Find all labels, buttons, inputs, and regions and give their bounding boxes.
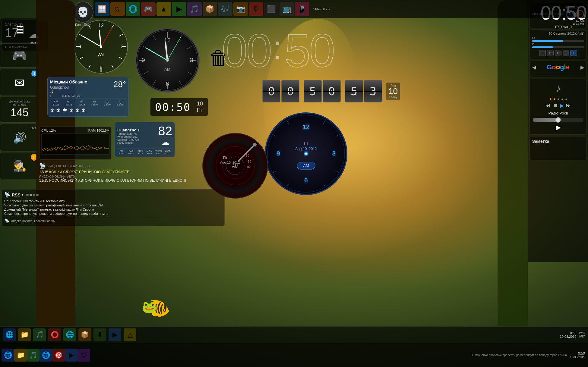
top-app-folder[interactable]: 🗂 — [110, 2, 125, 16]
g2-temp-label: Temperature: °C — [117, 132, 139, 135]
flip-counter-widget: 0 0 5 0 5 3 Aug 10 Friday — [262, 80, 400, 102]
rss-news-4: Симоненко пропонує провести референдум п… — [4, 212, 222, 215]
ram-label: RAM 1602.5M — [88, 129, 109, 132]
taskbar2-ie[interactable]: 🌐 — [3, 328, 16, 341]
google-prev[interactable]: ◀ — [532, 64, 536, 70]
drive-e-active[interactable]: E — [571, 50, 577, 56]
flip-digit-2: 0 — [281, 80, 299, 102]
g2-wind: WindSpeed: 1/N — [117, 135, 139, 138]
top-taskbar: 🪟 🗂 🌐 🎮 ▲ ▶ 🎵 📦 🎶 📷 🎙 ⬛ 📺 📱 566Б 317Б — [93, 0, 588, 18]
svg-text:3: 3 — [332, 150, 335, 157]
music-player-widget: ♪ ★ ★ ★ ★ ★ ⏮ ⏹ ▶ ⏭ Радіо Росії ▶ — [530, 79, 587, 135]
drive-g[interactable]: G — [547, 50, 554, 56]
analog-clock-3: 12 3 6 9 Пт Aug 10, 2012 AM — [264, 111, 348, 196]
taskbar-folder[interactable]: 📁 — [14, 349, 27, 362]
sidebar-gamepad[interactable]: 🎮 — [0, 43, 39, 67]
top-app-music[interactable]: 🎵 — [187, 2, 202, 16]
drive-h[interactable]: H — [555, 50, 561, 56]
sidebar-countdown: До нового року осталось 145 — [0, 97, 39, 123]
taskbar-music2[interactable]: 🎵 — [27, 349, 40, 362]
right-panel: 00:50 п'ятниця 10 Серпень 2012 р. IP 192… — [528, 0, 588, 262]
taskbar-ie2[interactable]: 🌐 — [40, 349, 52, 362]
taskbar2-music[interactable]: 🎵 — [33, 328, 46, 341]
calendar-mini: Aug 10 Friday — [386, 83, 400, 100]
guangzhou-condition: Місцями Облачно — [50, 80, 87, 84]
taskbar-secondary: 🌐 📁 🎵 ⭕ 🌐 📦 ⬇ ▶ △ 0:50 10.08.2012 РУС БЛ… — [0, 326, 588, 343]
top-app-itunes[interactable]: 🎶 — [218, 2, 232, 16]
tray-area: 0:50 10.08.2012 РУС БЛС — [560, 331, 585, 338]
taskbar2-yellow[interactable]: △ — [124, 328, 136, 341]
taskbar-news-ticker: Симоненко пропонує провести референдум п… — [469, 353, 570, 357]
drive-i[interactable]: I — [563, 50, 569, 56]
svg-text:Пт: Пт — [223, 156, 228, 160]
svg-text:3: 3 — [121, 44, 124, 49]
tray-lang: РУС БЛС — [579, 331, 585, 338]
g2-temp: 82 — [158, 125, 172, 137]
rss-source1: » ЯНДЕКС.НОВИНИ: НІ-TECH — [47, 165, 90, 168]
top-app-dark1[interactable]: ⬛ — [264, 2, 279, 16]
top-app-tv[interactable]: 📺 — [280, 2, 294, 16]
g2-conditions: Partly Cloudy — [117, 141, 139, 144]
sidebar-mail[interactable]: 1 ✉ — [0, 69, 39, 96]
svg-text:AM: AM — [98, 52, 104, 57]
mail-count-badge: 1 — [31, 71, 37, 77]
svg-text:3: 3 — [190, 57, 193, 63]
top-app-mobile[interactable]: 📱 — [295, 2, 309, 16]
analog-clock-2: 12 3 6 9 AM — [134, 27, 201, 93]
top-app-mic[interactable]: 🎙 — [249, 2, 263, 16]
top-app-pkg[interactable]: 📦 — [203, 2, 217, 16]
countdown-value: 145 — [3, 106, 36, 119]
svg-text:6: 6 — [100, 65, 103, 70]
taskbar-play2[interactable]: ▶ — [65, 349, 77, 362]
top-app-play[interactable]: ▶ — [172, 2, 186, 16]
stop-button[interactable]: ⏹ — [553, 103, 558, 108]
sidebar-spy[interactable]: 17 🕵 — [0, 152, 39, 179]
play-button[interactable]: ▶ — [560, 103, 564, 108]
svg-text:9: 9 — [79, 44, 81, 49]
flip-digit-5: 5 — [345, 80, 363, 102]
flip-digit-4: 0 — [323, 80, 341, 102]
svg-text:AM: AM — [232, 164, 239, 168]
sidebar-monitor[interactable]: 🖥 — [0, 18, 39, 42]
taskbar2-red[interactable]: ⭕ — [48, 328, 61, 341]
flip-digit-6: 3 — [364, 80, 382, 102]
taskbar-ie[interactable]: 🌐 — [2, 349, 14, 362]
svg-text:AM: AM — [303, 163, 309, 168]
digital-clock-bar: 00:50 10 Пт — [150, 98, 208, 116]
taskbar2-orange[interactable]: 📦 — [78, 328, 91, 341]
svg-text:12: 12 — [98, 23, 104, 28]
music-note: ♪ — [533, 82, 583, 95]
taskbar2-torrent[interactable]: ⬇ — [93, 328, 106, 341]
g2-sunrise: SunRise: 7:02 AM — [117, 138, 139, 141]
notes-widget: Заметка — [530, 136, 587, 160]
weather-guangzhou-widget: Місцями Облачно Guangzhou 🌙 28° i Від: 3… — [47, 77, 129, 117]
top-app-windows[interactable]: 🪟 — [95, 2, 109, 16]
top-app-chrome[interactable]: 🌐 — [126, 2, 140, 16]
google-next[interactable]: ▶ — [580, 64, 584, 70]
rss-news-3: Донецький "Металург" вилетає з кваліфіка… — [4, 208, 222, 211]
svg-point-21 — [100, 45, 102, 48]
rss-news-2: Янукович підписав закон о ратифікацій зо… — [4, 203, 222, 207]
taskbar2-media[interactable]: ▶ — [109, 328, 121, 341]
analog-clock-1: 12 3 6 9 AM — [72, 18, 130, 75]
taskbar-game[interactable]: 🎯 — [52, 349, 65, 362]
weather-guangzhou2-widget: Guangzhou Temperature: °C WindSpeed: 1/N… — [115, 122, 175, 157]
svg-point-72 — [305, 153, 307, 155]
frog-decoration: 🐸 — [142, 300, 157, 314]
svg-text:6: 6 — [166, 80, 169, 87]
drive-f[interactable]: F — [539, 50, 546, 56]
top-app-camera[interactable]: 📷 — [233, 2, 248, 16]
top-app-audio1[interactable]: ▲ — [156, 2, 171, 16]
taskbar-purple[interactable]: ▽ — [77, 349, 90, 362]
svg-text:50: 50 — [246, 154, 249, 157]
top-app-game1[interactable]: 🎮 — [141, 2, 156, 16]
sidebar-volume[interactable]: 36% 🔊 — [0, 124, 39, 151]
spy-count-badge: 17 — [31, 154, 37, 161]
prev-button[interactable]: ⏮ — [545, 103, 550, 108]
taskbar2-chrome[interactable]: 🌐 — [63, 328, 76, 341]
next-button[interactable]: ⏭ — [566, 103, 571, 108]
tray-time: 0:50 10.08.2012 — [560, 331, 577, 338]
taskbar2-folder[interactable]: 📁 — [18, 328, 31, 341]
guangzhou-temp: 28° — [113, 80, 126, 89]
music-play-icon[interactable]: ▶ — [533, 124, 583, 131]
